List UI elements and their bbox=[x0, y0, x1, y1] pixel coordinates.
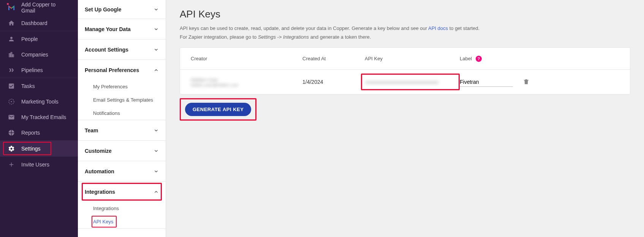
nav-label: People bbox=[21, 36, 38, 42]
nav-label: Pipelines bbox=[21, 67, 43, 73]
desc-text: to get started. bbox=[448, 25, 479, 31]
sub-title: Team bbox=[85, 127, 98, 133]
page-description-2: For Zapier integration, please go to Set… bbox=[180, 34, 630, 40]
main-content: API Keys API keys can be used to create,… bbox=[166, 0, 644, 237]
generate-button-highlight: GENERATE API KEY bbox=[180, 98, 256, 121]
sub-title: Automation bbox=[85, 168, 114, 174]
task-icon bbox=[8, 82, 15, 90]
sub-account-settings[interactable]: Account Settings bbox=[78, 39, 166, 60]
gmail-label: Add Copper to Gmail bbox=[21, 2, 70, 14]
col-key-header: API Key bbox=[365, 56, 460, 61]
creator-name: Hidden User bbox=[191, 77, 302, 83]
nav-label: Marketing Tools bbox=[21, 99, 59, 105]
nav-people[interactable]: People bbox=[0, 31, 78, 47]
col-label-header: Label ? bbox=[460, 56, 521, 62]
label-cell bbox=[460, 77, 521, 87]
nav-reports[interactable]: Reports bbox=[0, 125, 78, 140]
sub-title: Integrations bbox=[85, 189, 115, 195]
nav-label: Reports bbox=[21, 130, 40, 136]
chevron-down-icon bbox=[153, 148, 159, 154]
sub-manage-data[interactable]: Manage Your Data bbox=[78, 19, 166, 39]
sub-title: Set Up Google bbox=[85, 6, 121, 13]
reports-icon bbox=[8, 129, 15, 137]
api-key-value: xxxxxxxxxxxxxxxxxxxxxxxxxxxxxxxxxxx bbox=[365, 80, 438, 85]
sub-integrations[interactable]: Integrations bbox=[78, 182, 166, 202]
table-row: Hidden User hidden.user@hidden.com 1/4/2… bbox=[180, 70, 630, 94]
sub-item-email-settings[interactable]: Email Settings & Templates bbox=[78, 93, 166, 107]
settings-sub-sidebar: Set Up Google Manage Your Data Account S… bbox=[78, 0, 166, 237]
nav-marketing[interactable]: Marketing Tools bbox=[0, 94, 78, 109]
nav-invite-users[interactable]: Invite Users bbox=[0, 157, 78, 172]
label-header-text: Label bbox=[460, 56, 472, 61]
help-icon[interactable]: ? bbox=[476, 56, 482, 62]
table-header: Creator Created At API Key Label ? bbox=[180, 48, 630, 70]
plus-icon bbox=[8, 161, 15, 168]
desc-text: and generate a token there. bbox=[309, 34, 371, 40]
company-icon bbox=[8, 51, 15, 58]
main-nav-sidebar: Add Copper to Gmail Dashboard People Com… bbox=[0, 0, 78, 237]
add-copper-to-gmail[interactable]: Add Copper to Gmail bbox=[0, 0, 78, 15]
chevron-down-icon bbox=[153, 27, 159, 32]
sub-title: Manage Your Data bbox=[85, 26, 131, 32]
sub-personal-prefs[interactable]: Personal Preferences bbox=[78, 60, 166, 80]
sub-title: Customize bbox=[85, 148, 112, 154]
nav-label: Dashboard bbox=[21, 20, 47, 26]
sub-title: Personal Preferences bbox=[85, 67, 139, 73]
delete-key-button[interactable] bbox=[521, 78, 532, 85]
settings-icon bbox=[8, 145, 15, 152]
sub-title: Account Settings bbox=[85, 47, 128, 53]
page-title: API Keys bbox=[180, 8, 630, 20]
col-created-header: Created At bbox=[302, 56, 365, 61]
desc-text: API keys can be used to create, read, up… bbox=[180, 25, 428, 31]
sub-item-api-keys[interactable]: API Keys bbox=[78, 215, 166, 228]
chevron-down-icon bbox=[153, 128, 159, 133]
desc-italic: Settings -> Integrations bbox=[258, 34, 309, 40]
sub-automation[interactable]: Automation bbox=[78, 161, 166, 181]
nav-companies[interactable]: Companies bbox=[0, 47, 78, 62]
sub-team[interactable]: Team bbox=[78, 120, 166, 140]
chevron-down-icon bbox=[153, 169, 159, 174]
nav-label: Settings bbox=[21, 146, 41, 152]
nav-pipelines[interactable]: Pipelines bbox=[0, 62, 78, 78]
api-docs-link[interactable]: API docs bbox=[428, 25, 448, 31]
created-cell: 1/4/2024 bbox=[302, 79, 365, 85]
email-icon bbox=[8, 113, 15, 121]
nav-label: Invite Users bbox=[21, 162, 49, 168]
nav-tasks[interactable]: Tasks bbox=[0, 78, 78, 94]
chevron-up-icon bbox=[153, 67, 159, 73]
api-keys-table-card: Creator Created At API Key Label ? Hidde… bbox=[180, 47, 630, 94]
home-icon bbox=[8, 19, 15, 27]
svg-point-1 bbox=[11, 101, 12, 102]
api-key-cell: xxxxxxxxxxxxxxxxxxxxxxxxxxxxxxxxxxx bbox=[365, 74, 460, 90]
nav-dashboard[interactable]: Dashboard bbox=[0, 15, 78, 31]
nav-label: Tasks bbox=[21, 83, 35, 89]
sub-setup-google[interactable]: Set Up Google bbox=[78, 0, 166, 19]
chevron-up-icon bbox=[153, 189, 159, 195]
sub-customize[interactable]: Customize bbox=[78, 141, 166, 161]
page-description-1: API keys can be used to create, read, up… bbox=[180, 25, 630, 31]
creator-cell: Hidden User hidden.user@hidden.com bbox=[191, 77, 302, 87]
nav-label: Companies bbox=[21, 52, 48, 58]
nav-settings[interactable]: Settings bbox=[0, 141, 78, 156]
nav-label: My Tracked Emails bbox=[21, 114, 66, 120]
marketing-icon bbox=[8, 98, 15, 105]
generate-api-key-button[interactable]: GENERATE API KEY bbox=[185, 103, 251, 116]
sub-item-integrations[interactable]: Integrations bbox=[78, 202, 166, 215]
pipeline-icon bbox=[8, 66, 15, 74]
nav-tracked-emails[interactable]: My Tracked Emails bbox=[0, 109, 78, 125]
creator-email: hidden.user@hidden.com bbox=[191, 83, 302, 87]
label-input[interactable] bbox=[460, 77, 513, 87]
desc-text: For Zapier integration, please go to bbox=[180, 34, 258, 40]
col-creator-header: Creator bbox=[191, 56, 302, 61]
chevron-down-icon bbox=[153, 7, 159, 12]
copper-logo bbox=[8, 4, 15, 11]
sub-item-my-prefs[interactable]: My Preferences bbox=[78, 80, 166, 93]
sub-item-notifications[interactable]: Notifications bbox=[78, 107, 166, 120]
person-icon bbox=[8, 35, 15, 43]
chevron-down-icon bbox=[153, 47, 159, 52]
